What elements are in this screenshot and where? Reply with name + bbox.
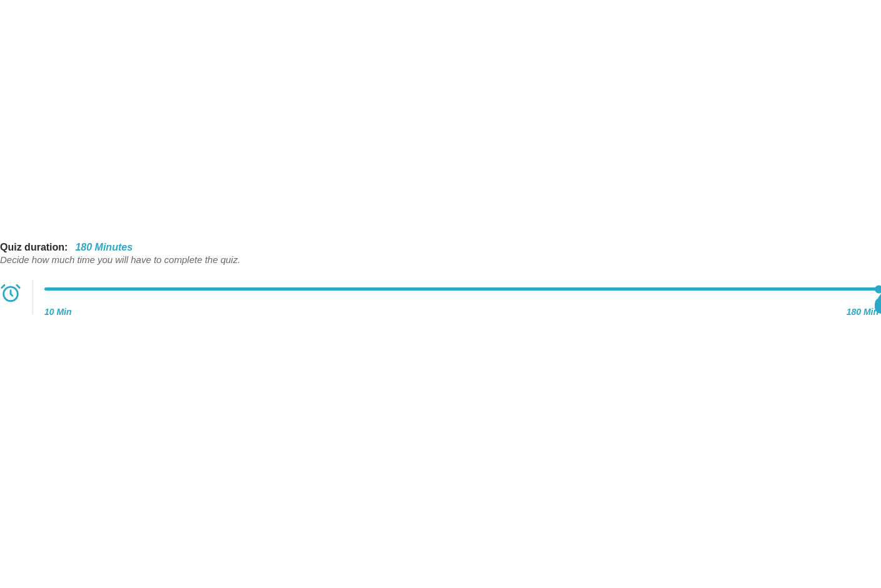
duration-header: Quiz duration: 180 Minutes	[0, 242, 881, 253]
alarm-clock-icon	[0, 282, 21, 304]
quiz-duration-section: Quiz duration: 180 Minutes Decide how mu…	[0, 242, 881, 317]
duration-slider[interactable]	[44, 287, 881, 291]
duration-slider-row: 10 Min 180 Min	[0, 282, 881, 317]
duration-slider-labels: 10 Min 180 Min	[44, 307, 881, 317]
duration-slider-thumb[interactable]	[875, 285, 881, 293]
duration-value: 180 Minutes	[75, 242, 133, 253]
duration-slider-tooltip	[875, 297, 881, 314]
duration-min-label: 10 Min	[44, 307, 72, 317]
vertical-divider	[33, 280, 33, 314]
clock-icon-wrapper	[0, 282, 21, 304]
duration-label: Quiz duration:	[0, 242, 68, 253]
duration-slider-container: 10 Min 180 Min	[44, 282, 881, 317]
duration-description: Decide how much time you will have to co…	[0, 254, 881, 265]
